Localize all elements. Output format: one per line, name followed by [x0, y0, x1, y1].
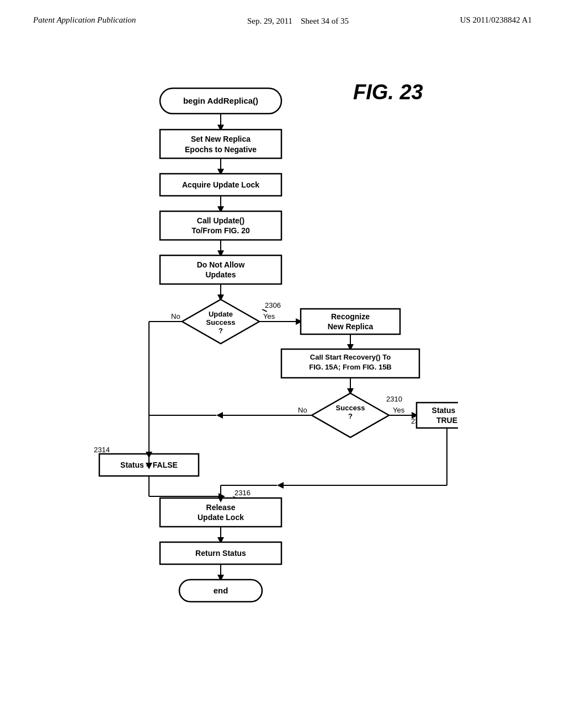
svg-text:2314: 2314: [94, 446, 110, 454]
svg-text:end: end: [214, 586, 228, 595]
svg-text:Success: Success: [206, 318, 236, 326]
svg-marker-71: [277, 482, 284, 489]
svg-text:To/From FIG. 20: To/From FIG. 20: [191, 226, 250, 235]
svg-text:TRUE: TRUE: [436, 416, 457, 425]
svg-text:Yes: Yes: [393, 406, 405, 414]
publication-label: Patent Application Publication: [33, 15, 136, 25]
date-sheet-label: Sep. 29, 2011 Sheet 34 of 35: [247, 15, 349, 27]
svg-text:Update: Update: [209, 310, 233, 318]
svg-text:New Replica: New Replica: [328, 322, 374, 331]
svg-text:Call Update(): Call Update(): [197, 216, 244, 225]
svg-text:Call Start Recovery() To: Call Start Recovery() To: [310, 353, 391, 361]
svg-text:Recognize: Recognize: [331, 312, 370, 321]
figure-label: FIG. 23: [353, 81, 423, 104]
svg-text:2316: 2316: [234, 489, 250, 497]
svg-text:?: ?: [348, 412, 353, 420]
svg-text:No: No: [298, 406, 307, 414]
page-header: Patent Application Publication Sep. 29, …: [0, 0, 565, 27]
svg-text:Release: Release: [206, 503, 236, 512]
svg-text:Epochs to Negative: Epochs to Negative: [185, 145, 257, 154]
sheet-label: Sheet 34 of 35: [301, 17, 349, 25]
patent-number-label: US 2011/0238842 A1: [460, 15, 532, 25]
svg-text:Set New Replica: Set New Replica: [191, 135, 250, 143]
svg-text:Acquire Update Lock: Acquire Update Lock: [182, 180, 259, 189]
svg-text:Status =: Status =: [432, 406, 458, 415]
svg-marker-59: [216, 412, 223, 419]
svg-text:2310: 2310: [386, 395, 402, 403]
svg-text:Update Lock: Update Lock: [198, 513, 244, 522]
svg-text:Yes: Yes: [263, 312, 275, 320]
svg-rect-5: [160, 130, 281, 158]
svg-text:Return Status: Return Status: [195, 549, 246, 558]
svg-text:begin AddReplica(): begin AddReplica(): [183, 96, 258, 105]
svg-rect-21: [160, 255, 281, 284]
svg-text:Success: Success: [336, 404, 365, 412]
date-label: Sep. 29, 2011: [247, 17, 292, 25]
svg-text:No: No: [171, 312, 180, 320]
svg-text:?: ?: [218, 326, 223, 335]
svg-text:Updates: Updates: [205, 270, 236, 279]
svg-text:FIG. 15A; From FIG. 15B: FIG. 15A; From FIG. 15B: [309, 363, 392, 371]
svg-text:2306: 2306: [265, 301, 281, 309]
svg-text:Do Not Allow: Do Not Allow: [197, 260, 245, 269]
flowchart-diagram: FIG. 23 begin AddReplica() 2300 Set New …: [44, 55, 458, 717]
svg-rect-15: [160, 211, 281, 240]
